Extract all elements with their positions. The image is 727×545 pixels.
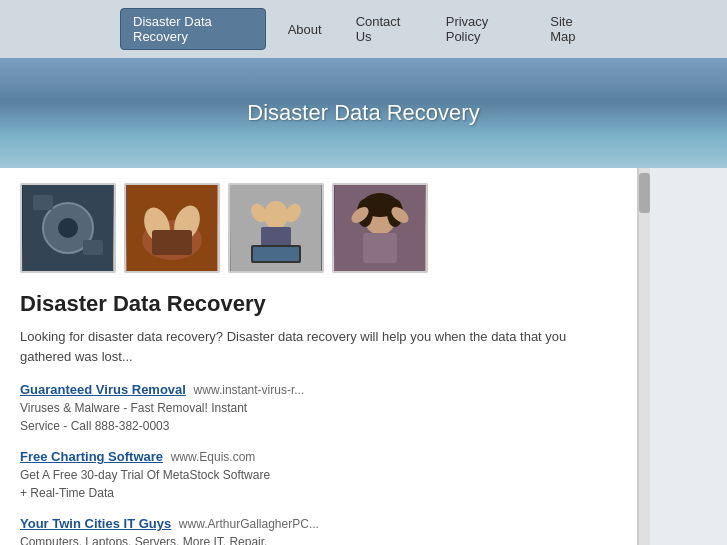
ad-item-2: Free Charting Software www.Equis.com Get…	[20, 449, 617, 502]
nav-item-privacy[interactable]: Privacy Policy	[434, 9, 529, 49]
svg-rect-14	[253, 247, 299, 261]
ad-description-1: Viruses & Malware - Fast Removal! Instan…	[20, 399, 617, 435]
ad-description-3: Computers, Laptops, Servers, More IT, Re…	[20, 533, 617, 545]
image-gallery	[20, 183, 617, 273]
nav-item-sitemap[interactable]: Site Map	[538, 9, 607, 49]
gallery-image-3[interactable]	[228, 183, 324, 273]
nav-item-contact[interactable]: Contact Us	[344, 9, 424, 49]
ad-link-1[interactable]: Guaranteed Virus Removal	[20, 382, 186, 397]
svg-rect-3	[33, 195, 53, 210]
scrollbar-thumb[interactable]	[639, 173, 650, 213]
gallery-image-1[interactable]	[20, 183, 116, 273]
ad-item-3: Your Twin Cities IT Guys www.ArthurGalla…	[20, 516, 617, 545]
navigation-bar: Disaster Data Recovery About Contact Us …	[0, 0, 727, 58]
hero-title: Disaster Data Recovery	[247, 100, 479, 126]
svg-rect-9	[152, 230, 192, 255]
nav-item-home[interactable]: Disaster Data Recovery	[120, 8, 266, 50]
scrollbar[interactable]	[638, 168, 650, 545]
gallery-image-4[interactable]	[332, 183, 428, 273]
ad-url-1: www.instant-virus-r...	[194, 383, 305, 397]
main-content: Disaster Data Recovery Looking for disas…	[0, 168, 637, 545]
nav-item-about[interactable]: About	[276, 17, 334, 42]
ad-item-1: Guaranteed Virus Removal www.instant-vir…	[20, 382, 617, 435]
ad-description-2: Get A Free 30-day Trial Of MetaStock Sof…	[20, 466, 617, 502]
page-title: Disaster Data Recovery	[20, 291, 617, 317]
svg-rect-24	[363, 233, 397, 263]
right-sidebar	[637, 168, 727, 545]
svg-point-11	[264, 201, 288, 229]
ad-link-3[interactable]: Your Twin Cities IT Guys	[20, 516, 171, 531]
ad-url-2: www.Equis.com	[171, 450, 256, 464]
page-description: Looking for disaster data recovery? Disa…	[20, 327, 617, 366]
ad-url-3: www.ArthurGallagherPC...	[179, 517, 319, 531]
gallery-image-2[interactable]	[124, 183, 220, 273]
svg-rect-4	[83, 240, 103, 255]
svg-point-2	[58, 218, 78, 238]
hero-section: Disaster Data Recovery	[0, 58, 727, 168]
ad-link-2[interactable]: Free Charting Software	[20, 449, 163, 464]
content-wrapper: Disaster Data Recovery Looking for disas…	[0, 168, 727, 545]
